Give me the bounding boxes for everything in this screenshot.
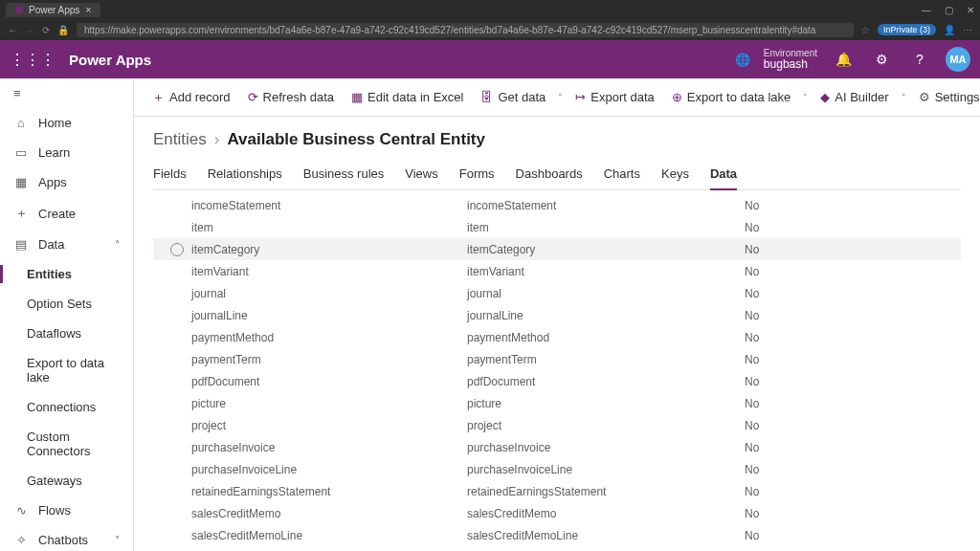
cmd-refresh[interactable]: ⟳Refresh data: [241, 86, 341, 108]
export-lake-chevron[interactable]: ˅: [801, 93, 810, 102]
nav-flows[interactable]: ∿Flows: [0, 496, 133, 525]
nav-collapse-icon[interactable]: ≡: [0, 78, 133, 108]
tab-data[interactable]: Data: [710, 161, 737, 190]
product-name[interactable]: Power Apps: [69, 52, 151, 68]
help-icon[interactable]: ?: [907, 52, 932, 67]
tab-views[interactable]: Views: [405, 161, 437, 189]
cmd-settings[interactable]: ⚙Settings: [912, 86, 980, 108]
cell-name: itemVariant: [189, 265, 467, 278]
nav-custom-connectors[interactable]: Custom Connectors: [0, 422, 133, 466]
cell-display: itemCategory: [467, 243, 745, 256]
max-icon[interactable]: ▢: [945, 5, 953, 15]
tab-charts[interactable]: Charts: [604, 161, 640, 189]
table-row[interactable]: itemCategoryitemCategoryNo: [153, 238, 961, 260]
env-label: Environment: [764, 48, 817, 58]
cmd-export-data[interactable]: ↦Export data: [568, 86, 661, 108]
apps-icon: ▦: [13, 175, 29, 189]
table-row[interactable]: itemVariantitemVariantNo: [153, 260, 961, 282]
cell-name: purchaseInvoice: [189, 441, 467, 454]
cell-name: pdfDocument: [189, 375, 467, 388]
cell-flag: No: [745, 287, 802, 300]
nav-create[interactable]: ＋Create: [0, 197, 133, 230]
refresh-icon: ⟳: [248, 90, 258, 104]
cell-flag: No: [745, 309, 802, 322]
nav-gateways[interactable]: Gateways: [0, 466, 133, 496]
nav-reload-icon[interactable]: ⟳: [42, 25, 50, 35]
table-row[interactable]: pdfDocumentpdfDocumentNo: [153, 370, 961, 392]
nav-data[interactable]: ▤Data˄: [0, 230, 133, 259]
table-row[interactable]: journalLinejournalLineNo: [153, 304, 961, 326]
table-row[interactable]: incomeStatementincomeStatementNo: [153, 194, 961, 216]
nav-back-icon[interactable]: ←: [8, 25, 17, 35]
address-bar[interactable]: https://make.powerapps.com/environments/…: [77, 23, 854, 37]
table-row[interactable]: journaljournalNo: [153, 282, 961, 304]
tab-business-rules[interactable]: Business rules: [303, 161, 385, 189]
nav-apps[interactable]: ▦Apps: [0, 167, 133, 197]
cell-flag: No: [745, 397, 802, 410]
table-row[interactable]: salesCreditMemoLinesalesCreditMemoLineNo: [153, 524, 961, 546]
nav-home[interactable]: ⌂Home: [0, 108, 133, 138]
chevron-up-icon: ˄: [115, 239, 120, 250]
nav-connections[interactable]: Connections: [0, 392, 133, 422]
page-title: Available Business Central Entity: [227, 130, 485, 149]
get-data-chevron[interactable]: ˅: [556, 93, 565, 102]
cell-display: pdfDocument: [467, 375, 745, 388]
nav-option-sets[interactable]: Option Sets: [0, 289, 133, 319]
browser-tab[interactable]: Power Apps ×: [6, 3, 100, 17]
database-icon: 🗄: [480, 90, 493, 104]
cell-name: retainedEarningsStatement: [189, 485, 467, 498]
cmd-add-record[interactable]: ＋Add record: [145, 85, 237, 110]
more-icon[interactable]: ⋯: [963, 25, 972, 35]
favicon-icon: [15, 6, 23, 13]
nav-dataflows[interactable]: Dataflows: [0, 319, 133, 348]
settings-icon[interactable]: ⚙: [869, 52, 894, 67]
ai-icon: ◆: [820, 90, 830, 104]
nav-chatbots[interactable]: ✧Chatbots˅: [0, 525, 133, 551]
table-row[interactable]: purchaseInvoicepurchaseInvoiceNo: [153, 436, 961, 458]
nav-fwd-icon[interactable]: →: [25, 25, 34, 35]
table-row[interactable]: paymentMethodpaymentMethodNo: [153, 326, 961, 348]
table-row[interactable]: picturepictureNo: [153, 392, 961, 414]
ai-builder-chevron[interactable]: ˅: [900, 93, 908, 102]
cmd-edit-excel[interactable]: ▦Edit data in Excel: [345, 86, 470, 108]
favorite-icon[interactable]: ☆: [861, 25, 870, 35]
cell-flag: No: [745, 529, 802, 542]
tab-dashboards[interactable]: Dashboards: [516, 161, 583, 189]
cell-name: paymentMethod: [189, 331, 467, 344]
table-row[interactable]: purchaseInvoiceLinepurchaseInvoiceLineNo: [153, 458, 961, 480]
cell-name: item: [189, 221, 467, 234]
table-row[interactable]: projectprojectNo: [153, 414, 961, 436]
data-grid[interactable]: incomeStatementincomeStatementNoitemitem…: [153, 194, 961, 551]
radio-icon[interactable]: [170, 243, 184, 256]
cell-flag: No: [745, 441, 802, 454]
tab-fields[interactable]: Fields: [153, 161, 187, 189]
close-icon[interactable]: ✕: [967, 5, 974, 15]
tab-close-icon[interactable]: ×: [85, 5, 91, 15]
tab-keys[interactable]: Keys: [661, 161, 689, 189]
cmd-export-lake[interactable]: ⊕Export to data lake: [665, 86, 797, 108]
profile-icon[interactable]: 👤: [944, 25, 955, 35]
notifications-icon[interactable]: 🔔: [831, 52, 856, 67]
cell-display: retainedEarningsStatement: [467, 485, 745, 498]
nav-export-lake[interactable]: Export to data lake: [0, 348, 133, 392]
table-row[interactable]: paymentTermpaymentTermNo: [153, 348, 961, 370]
cell-name: journal: [189, 287, 467, 300]
cmd-get-data[interactable]: 🗄Get data: [474, 86, 552, 108]
nav-entities[interactable]: Entities: [0, 259, 133, 289]
nav-learn[interactable]: ▭Learn: [0, 138, 133, 167]
table-row[interactable]: retainedEarningsStatementretainedEarning…: [153, 480, 961, 502]
avatar[interactable]: MA: [946, 47, 970, 72]
breadcrumb-root[interactable]: Entities: [153, 130, 207, 149]
book-icon: ▭: [13, 145, 29, 160]
cell-display: itemVariant: [467, 265, 745, 278]
environment-picker[interactable]: Environment bugbash: [764, 48, 817, 71]
row-select[interactable]: [165, 243, 189, 256]
gear-icon: ⚙: [919, 90, 930, 104]
min-icon[interactable]: ―: [922, 5, 931, 15]
tab-relationships[interactable]: Relationships: [208, 161, 282, 189]
tab-forms[interactable]: Forms: [459, 161, 495, 189]
table-row[interactable]: itemitemNo: [153, 216, 961, 238]
waffle-icon[interactable]: ⋮⋮⋮: [10, 51, 56, 69]
cmd-ai-builder[interactable]: ◆AI Builder: [813, 86, 895, 108]
table-row[interactable]: salesCreditMemosalesCreditMemoNo: [153, 502, 961, 524]
